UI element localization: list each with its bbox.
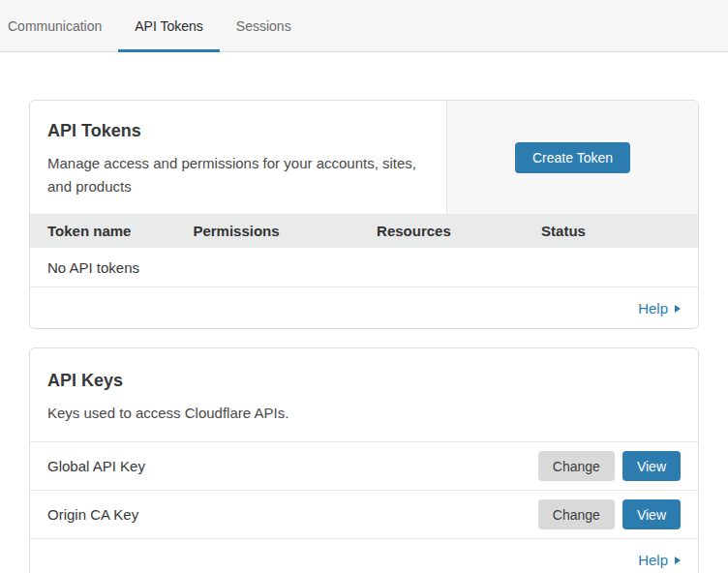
change-global-api-key-button[interactable]: Change [538,451,615,481]
api-tokens-card-header: API Tokens Manage access and permissions… [30,101,698,214]
api-tokens-help-row: Help [30,287,698,328]
view-origin-ca-key-button[interactable]: View [622,499,681,529]
tab-sessions[interactable]: Sessions [220,0,308,51]
key-name-label: Origin CA Key [47,506,138,523]
column-header-resources: Resources [377,223,541,239]
view-global-api-key-button[interactable]: View [622,451,681,481]
help-arrow-icon [675,557,681,564]
create-token-button[interactable]: Create Token [515,142,630,173]
api-keys-description: Keys used to access Cloudflare APIs. [47,402,417,425]
api-keys-card: API Keys Keys used to access Cloudflare … [29,347,699,573]
change-origin-ca-key-button[interactable]: Change [538,499,615,529]
create-token-panel: Create Token [446,101,698,214]
column-header-permissions: Permissions [193,223,377,239]
api-tokens-card: API Tokens Manage access and permissions… [29,100,699,329]
api-tokens-page: Communication API Tokens Sessions API To… [0,0,728,573]
api-keys-title: API Keys [47,371,681,391]
token-table-empty-row: No API tokens [30,248,698,287]
help-label: Help [638,552,668,568]
api-tokens-description: Manage access and permissions for your a… [47,152,417,198]
key-name-label: Global API Key [47,458,145,474]
key-actions: Change View [538,499,681,529]
api-keys-help-link[interactable]: Help [638,552,681,568]
main-content: API Tokens Manage access and permissions… [0,52,728,573]
key-actions: Change View [538,451,681,481]
column-header-token-name: Token name [47,223,193,239]
api-keys-help-row: Help [30,539,698,573]
api-tokens-card-header-text: API Tokens Manage access and permissions… [30,101,446,214]
tab-api-tokens[interactable]: API Tokens [118,0,220,51]
column-header-status: Status [541,223,681,239]
tab-communication[interactable]: Communication [0,0,118,51]
key-row-global-api-key: Global API Key Change View [30,442,698,491]
token-table-header: Token name Permissions Resources Status [30,214,698,248]
empty-tokens-message: No API tokens [47,259,139,276]
help-label: Help [638,300,668,317]
api-keys-card-header: API Keys Keys used to access Cloudflare … [30,348,698,442]
api-tokens-title: API Tokens [47,121,429,141]
api-tokens-help-link[interactable]: Help [638,300,681,317]
tab-bar: Communication API Tokens Sessions [0,0,728,52]
key-row-origin-ca-key: Origin CA Key Change View [30,491,698,539]
help-arrow-icon [675,305,681,313]
